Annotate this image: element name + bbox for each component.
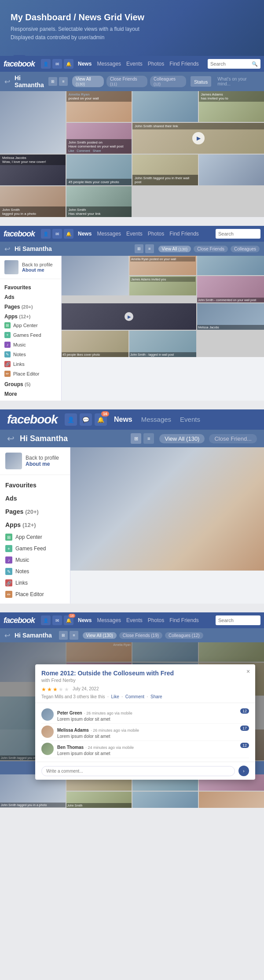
pill-close-1[interactable]: Close Friends (11) — [106, 76, 147, 87]
back-to-profile-large[interactable]: Back to profile — [26, 455, 59, 461]
photo-cell-11[interactable]: John Smith tagged you in a photo — [0, 186, 66, 217]
list-view-large[interactable]: ≡ — [143, 433, 154, 444]
send-comment-btn[interactable]: › — [238, 766, 249, 776]
list-btn-4[interactable]: ≡ — [70, 631, 78, 640]
apps-large[interactable]: Apps (12+) — [0, 518, 70, 531]
photo-cell-5[interactable]: John Smith posted on Have commented on y… — [66, 123, 132, 154]
nav-photos-4[interactable]: Photos — [148, 617, 164, 623]
btm-cell-5[interactable]: John Smith — [66, 792, 132, 808]
nav-news-large[interactable]: News — [114, 416, 132, 424]
btm-cell-6[interactable] — [132, 792, 198, 808]
sidebar-games-large[interactable]: + Games Feed — [0, 543, 70, 554]
nav-find-4[interactable]: Find Friends — [169, 617, 199, 623]
nav-events-1[interactable]: Events — [126, 61, 143, 67]
pages-label-1[interactable]: Pages (20+) — [0, 301, 61, 311]
nav-photos-2[interactable]: Photos — [148, 231, 164, 237]
ads-large[interactable]: Ads — [0, 492, 70, 505]
mini-cell-5[interactable]: John Smith - commented on your wall post — [197, 276, 264, 302]
pill-col-4[interactable]: Colleagues (12) — [165, 632, 203, 639]
nav-events-4[interactable]: Events — [126, 617, 143, 623]
pill-close-2[interactable]: Close Friends — [194, 246, 228, 252]
search-bar-2[interactable] — [216, 229, 260, 239]
mini-cell-9[interactable]: John Smith - tagged in wall post — [129, 331, 196, 357]
favourites-large[interactable]: Favourites — [0, 479, 70, 492]
nav-messages-1[interactable]: Messages — [97, 61, 121, 67]
photo-cell-9[interactable]: John Smith tagged you in their wall post — [132, 155, 198, 185]
mini-cell-3[interactable] — [197, 256, 264, 275]
nav-find-friends-1[interactable]: Find Friends — [169, 61, 199, 67]
friend-req-4[interactable]: 👤 — [41, 615, 51, 625]
search-bar-4[interactable] — [216, 615, 260, 625]
notifications-btn-1[interactable]: 🔔 — [64, 59, 73, 69]
play-btn-2[interactable]: ▶ — [125, 312, 133, 321]
list-view-btn-2[interactable]: ≡ — [145, 244, 154, 253]
status-btn-1[interactable]: Status — [191, 76, 211, 87]
pill-all-2[interactable]: View All (130) — [158, 246, 191, 252]
play-btn-1[interactable]: ▶ — [192, 132, 205, 144]
mini-cell-8[interactable]: 45 people likes cover photo — [62, 331, 128, 357]
pill-all-large[interactable]: View All (130) — [159, 434, 205, 443]
mini-cell-2[interactable]: Amelia Ryan posted on your wall — [129, 256, 196, 275]
apps-label-1[interactable]: Apps (12+) — [0, 311, 61, 321]
pill-all-4[interactable]: View All (130) — [83, 632, 117, 639]
sidebar-music-large[interactable]: ♪ Music — [0, 554, 70, 566]
grid-btn-4[interactable]: ⊞ — [59, 631, 68, 640]
modal-close-btn[interactable]: × — [245, 668, 252, 675]
nav-news-2[interactable]: News — [78, 231, 92, 237]
sidebar-place-large[interactable]: ✏ Place Editor — [0, 589, 70, 600]
pages-large[interactable]: Pages (20+) — [0, 505, 70, 518]
pill-all-1[interactable]: View All (130) — [72, 76, 104, 87]
grid-view-btn-2[interactable]: ⊞ — [135, 244, 143, 253]
search-bar-1[interactable]: 🔍 — [208, 59, 260, 69]
sidebar-games-feed-1[interactable]: + Games Feed — [0, 330, 61, 340]
friend-request-large[interactable]: 👤 — [65, 413, 77, 426]
messages-btn-1[interactable]: ✉ — [52, 59, 62, 69]
like-btn[interactable]: Like — [111, 694, 119, 699]
photo-cell-2[interactable]: Amelia Ryan posted on your wall — [66, 91, 132, 122]
sidebar-notes-large[interactable]: ✎ Notes — [0, 566, 70, 577]
sidebar-music-1[interactable]: ♪ Music — [0, 340, 61, 350]
photo-cell-8[interactable]: 45 people likes your cover photo — [66, 155, 132, 185]
about-me-1[interactable]: About me — [22, 267, 53, 273]
mini-cell-1[interactable] — [62, 256, 128, 295]
btm-cell-7[interactable] — [199, 792, 264, 808]
nav-news-4[interactable]: News — [78, 617, 92, 623]
share-btn[interactable]: Share — [150, 694, 162, 699]
ads-label-1[interactable]: Ads — [0, 291, 61, 301]
nav-photos-1[interactable]: Photos — [148, 61, 164, 67]
notif-4[interactable]: 🔔 16 — [64, 615, 73, 625]
grid-view-large[interactable]: ⊞ — [131, 433, 141, 444]
photo-cell-12[interactable]: John Smith Has shared your link — [66, 186, 132, 217]
photo-cell-6[interactable]: ▶ John Smith shared their link — [132, 123, 264, 154]
photo-cell-7[interactable]: Melissa Jacobs Wow, I love your new cove… — [0, 155, 66, 185]
search-input-2[interactable] — [218, 231, 258, 236]
groups-label-1[interactable]: Groups (5) — [0, 379, 61, 388]
notifications-btn-2[interactable]: 🔔 — [64, 229, 73, 239]
sidebar-links-1[interactable]: 🔗 Links — [0, 359, 61, 369]
messages-large[interactable]: 💬 — [80, 413, 92, 426]
favourites-label-1[interactable]: Favourites — [0, 282, 61, 291]
comment-input[interactable] — [41, 766, 235, 776]
sidebar-links-large[interactable]: 🔗 Links — [0, 577, 70, 589]
nav-find-friends-2[interactable]: Find Friends — [169, 231, 199, 237]
photo-cell-3[interactable] — [132, 91, 198, 122]
pill-close-large[interactable]: Close Friend... — [209, 434, 257, 443]
pill-close-4[interactable]: Close Friends (19) — [119, 632, 162, 639]
nav-messages-large[interactable]: Messages — [141, 416, 171, 424]
notifications-large[interactable]: 🔔 16 — [95, 413, 107, 426]
list-view-btn-1[interactable]: ≡ — [59, 77, 68, 86]
grid-view-btn-1[interactable]: ⊞ — [48, 77, 57, 86]
sidebar-app-center-1[interactable]: ⊞ App Center — [0, 321, 61, 330]
nav-news-1[interactable]: News — [78, 61, 92, 67]
msg-4[interactable]: ✉ — [52, 615, 62, 625]
sidebar-place-editor-1[interactable]: ✏ Place Editor — [0, 369, 61, 379]
mini-cell-4[interactable]: James Adams invited you — [129, 276, 196, 295]
mini-cell-7[interactable]: Melissa Jacobs — [197, 303, 264, 330]
mini-cell-6[interactable]: ▶ — [62, 303, 196, 330]
pill-colleagues-2[interactable]: Colleagues — [231, 246, 260, 252]
nav-messages-4[interactable]: Messages — [97, 617, 121, 623]
more-label-1[interactable]: More — [0, 388, 61, 398]
sidebar-notes-1[interactable]: ✎ Notes — [0, 350, 61, 359]
nav-events-large[interactable]: Events — [180, 416, 200, 424]
about-me-large[interactable]: About me — [26, 461, 59, 467]
